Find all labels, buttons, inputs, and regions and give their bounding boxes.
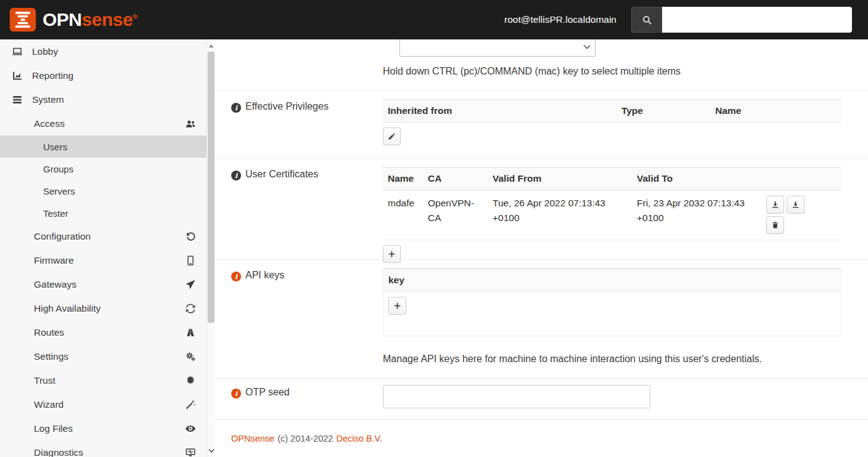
export-certificate-button[interactable]	[766, 196, 784, 214]
brand-text: OPNsense®	[43, 10, 137, 29]
magic-wand-icon	[184, 399, 197, 410]
sidebar-item-label: Lobby	[32, 46, 58, 57]
col-cert-name: Name	[383, 168, 423, 190]
pencil-icon	[388, 132, 396, 140]
sidebar-item-label: Wizard	[34, 399, 63, 410]
sidebar-item-groups[interactable]: Groups	[0, 158, 207, 180]
sidebar-item-gateways[interactable]: Gateways	[0, 272, 207, 296]
cert-valid-from-cell: Tue, 26 Apr 2022 07:13:43 +0100	[488, 190, 632, 240]
sidebar-item-label: Tester	[43, 208, 68, 219]
sidebar-item-wizard[interactable]: Wizard	[0, 392, 207, 416]
search-button[interactable]	[631, 7, 662, 33]
sidebar-item-label: Trust	[34, 375, 55, 386]
api-keys-section: i API keys key	[215, 260, 868, 379]
info-icon: i	[231, 171, 241, 180]
cert-valid-to-cell: Fri, 23 Apr 2032 07:13:43 +0100	[632, 190, 761, 240]
api-keys-grid: key	[383, 268, 841, 336]
brand-opn: OPN	[43, 9, 82, 30]
road-icon	[184, 327, 197, 338]
sidebar-item-system[interactable]: System	[0, 87, 207, 111]
group-membership-section: Hold down CTRL (pc)/COMMAND (mac) key to…	[215, 39, 868, 91]
copyright-text: (c) 2014-2022	[277, 434, 333, 443]
opnsense-logo-icon	[9, 7, 37, 33]
sidebar-item-settings[interactable]: Settings	[0, 344, 207, 368]
logged-in-user: root@tellisPR.localdomain	[504, 14, 616, 25]
eye-icon	[184, 423, 197, 434]
paper-plane-icon	[184, 279, 197, 290]
col-cert-ca: CA	[423, 168, 488, 190]
brand[interactable]: OPNsense®	[0, 7, 137, 33]
sidebar-item-tester[interactable]: Tester	[0, 202, 207, 224]
system-tasks-icon	[10, 94, 24, 105]
sidebar-item-label: Users	[43, 142, 67, 152]
plus-icon	[388, 250, 396, 258]
scrollbar-thumb[interactable]	[208, 52, 215, 323]
user-form: Hold down CTRL (pc)/COMMAND (mac) key to…	[215, 39, 868, 419]
col-valid-to: Valid To	[632, 168, 761, 190]
sidebar-item-label: Configuration	[34, 231, 91, 242]
trash-icon	[771, 221, 779, 229]
otp-seed-input[interactable]	[383, 385, 650, 408]
api-keys-label: API keys	[245, 270, 284, 281]
sidebar-item-diagnostics[interactable]: Diagnostics	[0, 440, 207, 457]
footer: OPNsense (c) 2014-2022 Deciso B.V.	[215, 419, 868, 457]
sidebar-scrollbar	[207, 39, 215, 457]
delete-certificate-button[interactable]	[766, 216, 784, 234]
otp-seed-label: OTP seed	[245, 387, 290, 398]
sidebar-item-label: Groups	[43, 164, 73, 174]
cert-actions-cell	[761, 190, 841, 240]
sidebar-item-users[interactable]: Users	[0, 135, 207, 158]
opnsense-link[interactable]: OPNsense	[231, 434, 274, 443]
download-icon	[792, 201, 800, 209]
user-certificates-table: Name CA Valid From Valid To mdafe OpenVP…	[383, 167, 841, 240]
sidebar-item-label: Routes	[34, 327, 64, 338]
footer-period: .	[380, 434, 382, 443]
otp-seed-section: i OTP seed	[215, 379, 868, 419]
brand-registered-mark: ®	[133, 13, 137, 20]
group-membership-select[interactable]	[399, 39, 596, 57]
sidebar-item-trust[interactable]: Trust	[0, 368, 207, 392]
effective-privileges-section: i Effective Privileges Inherited from Ty…	[215, 91, 868, 159]
top-bar: OPNsense® root@tellisPR.localdomain	[0, 0, 868, 39]
sidebar-item-log-files[interactable]: Log Files	[0, 416, 207, 440]
edit-privileges-button[interactable]	[383, 127, 401, 145]
effective-privileges-label: Effective Privileges	[245, 101, 329, 112]
deciso-link[interactable]: Deciso B.V	[336, 434, 379, 443]
sidebar-item-high-availability[interactable]: High Availability	[0, 296, 207, 320]
col-type: Type	[616, 100, 710, 123]
sidebar-item-access[interactable]: Access	[0, 111, 207, 135]
sidebar-item-routes[interactable]: Routes	[0, 320, 207, 344]
export-certificate-p12-button[interactable]	[787, 196, 805, 214]
col-cert-actions	[761, 168, 841, 190]
sidebar-item-label: High Availability	[34, 303, 100, 314]
certificate-icon	[184, 375, 197, 386]
sidebar-item-firmware[interactable]: Firmware	[0, 248, 207, 272]
col-key: key	[383, 269, 840, 292]
col-inherited-from: Inherited from	[383, 100, 616, 123]
info-icon: i	[231, 272, 241, 281]
certificate-row: mdafe OpenVPN-CA Tue, 26 Apr 2022 07:13:…	[383, 190, 841, 240]
cert-name-cell: mdafe	[383, 190, 423, 240]
multiselect-hint: Hold down CTRL (pc)/COMMAND (mac) key to…	[383, 66, 841, 77]
info-icon: i	[231, 389, 241, 398]
diagnostics-icon	[184, 447, 197, 457]
sidebar-item-lobby[interactable]: Lobby	[0, 39, 207, 63]
scroll-down-icon[interactable]	[207, 446, 215, 456]
sidebar-item-configuration[interactable]: Configuration	[0, 224, 207, 248]
search-input[interactable]	[662, 7, 852, 33]
api-keys-table: key	[383, 269, 840, 292]
add-api-key-button[interactable]	[388, 297, 406, 315]
sidebar-item-label: Settings	[34, 351, 68, 362]
search-box	[631, 7, 852, 33]
sidebar-item-label: Access	[34, 118, 65, 129]
scroll-up-icon[interactable]	[207, 41, 215, 51]
history-icon	[184, 231, 197, 242]
api-keys-hint: Manage API keys here for machine to mach…	[383, 354, 841, 365]
refresh-icon	[184, 303, 197, 314]
sidebar-item-reporting[interactable]: Reporting	[0, 63, 207, 87]
firmware-device-icon	[184, 255, 197, 266]
effective-privileges-table: Inherited from Type Name	[383, 99, 841, 123]
plus-icon	[393, 302, 401, 310]
col-name: Name	[710, 100, 841, 123]
sidebar-item-servers[interactable]: Servers	[0, 180, 207, 202]
